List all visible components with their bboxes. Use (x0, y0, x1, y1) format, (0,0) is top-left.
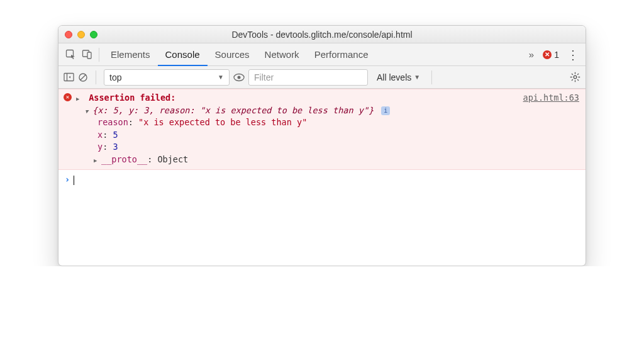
close-icon[interactable] (65, 31, 72, 38)
context-select[interactable]: top ▼ (104, 69, 230, 86)
levels-label: All levels (377, 72, 411, 82)
svg-line-16 (572, 79, 573, 81)
error-icon: ✕ (543, 50, 552, 59)
divider (96, 70, 96, 84)
prop-key: x (97, 130, 103, 140)
clear-console-icon[interactable] (78, 72, 88, 82)
svg-line-17 (577, 74, 579, 75)
chevron-down-icon: ▼ (218, 74, 224, 81)
error-count: 1 (554, 50, 559, 60)
prop-key: y (97, 142, 103, 152)
console-prompt[interactable]: › (58, 170, 586, 190)
object-property: reason: "x is expected to be less than y… (76, 116, 579, 129)
console-error-message[interactable]: ✕ Assertion failed: api.html:63 {x: 5, y… (58, 89, 586, 170)
error-icon: ✕ (64, 93, 72, 101)
context-value: top (109, 72, 121, 82)
svg-point-8 (238, 76, 241, 79)
gear-icon[interactable] (570, 72, 580, 82)
spacer (58, 190, 586, 266)
device-toggle-icon[interactable] (79, 47, 95, 63)
console-output: ✕ Assertion failed: api.html:63 {x: 5, y… (58, 89, 586, 266)
tab-console[interactable]: Console (158, 43, 208, 66)
info-icon[interactable]: i (381, 106, 390, 115)
svg-rect-2 (87, 52, 91, 59)
disclosure-triangle-icon[interactable] (94, 154, 100, 166)
tabs-overflow-icon[interactable]: » (525, 43, 538, 66)
prop-value: "x is expected to be less than y" (138, 117, 307, 127)
proto-key: __proto__ (101, 154, 147, 164)
main-tabs-row: Elements Console Sources Network Perform… (58, 43, 586, 66)
devtools-window: DevTools - devtools.glitch.me/console/ap… (58, 25, 586, 266)
proto-value: Object (157, 154, 188, 164)
assertion-label: Assertion failed: (89, 93, 175, 103)
disclosure-triangle-icon[interactable] (76, 92, 82, 104)
filter-field[interactable] (254, 72, 362, 82)
svg-line-15 (577, 79, 579, 81)
disclosure-triangle-icon[interactable] (85, 104, 91, 117)
text-cursor (74, 176, 74, 185)
console-toolbar: top ▼ All levels ▼ (58, 66, 586, 89)
error-count-badge[interactable]: ✕ 1 (543, 50, 559, 60)
titlebar: DevTools - devtools.glitch.me/console/ap… (58, 26, 586, 43)
traffic-lights (65, 31, 97, 38)
zoom-icon[interactable] (90, 31, 97, 38)
prop-key: reason (97, 117, 128, 127)
console-sidebar-toggle-icon[interactable] (64, 72, 74, 82)
prompt-chevron-icon: › (65, 174, 70, 186)
live-expression-icon[interactable] (233, 73, 245, 82)
object-summary: {x: 5, y: 3, reason: "x is expected to b… (92, 105, 374, 115)
source-link[interactable]: api.html:63 (523, 92, 579, 104)
kebab-menu-icon[interactable]: ⋮ (564, 47, 582, 62)
prop-value: 5 (113, 130, 118, 140)
tab-network[interactable]: Network (257, 43, 307, 66)
window-title: DevTools - devtools.glitch.me/console/ap… (58, 30, 586, 40)
tab-sources[interactable]: Sources (208, 43, 257, 66)
svg-line-14 (572, 74, 573, 75)
object-property: y: 3 (76, 141, 579, 154)
inspect-icon[interactable] (62, 47, 79, 63)
divider (99, 48, 99, 62)
tab-performance[interactable]: Performance (307, 43, 376, 66)
object-proto[interactable]: __proto__: Object (76, 154, 579, 166)
prop-value: 3 (113, 142, 118, 152)
log-levels-select[interactable]: All levels ▼ (372, 72, 425, 82)
divider (431, 70, 432, 84)
minimize-icon[interactable] (77, 31, 85, 38)
chevron-down-icon: ▼ (414, 74, 420, 81)
tab-elements[interactable]: Elements (103, 43, 158, 66)
filter-input[interactable] (248, 69, 368, 86)
object-summary-line[interactable]: {x: 5, y: 3, reason: "x is expected to b… (76, 104, 579, 117)
svg-line-6 (80, 74, 86, 80)
svg-point-9 (574, 76, 577, 79)
object-property: x: 5 (76, 129, 579, 142)
